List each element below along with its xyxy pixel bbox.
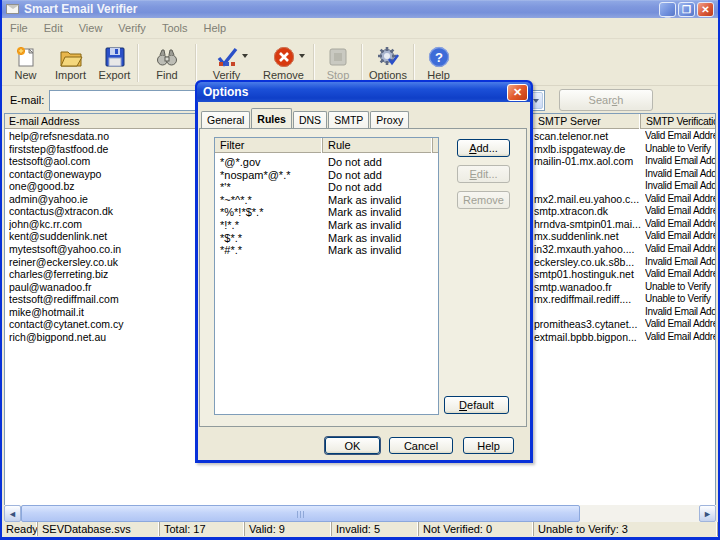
menu-file[interactable]: File [2, 19, 36, 37]
filter-cell: *@*.gov [220, 156, 320, 169]
smtp-server-cell: smtp.xtracon.dk [534, 205, 641, 218]
verify-button[interactable]: Verify [198, 41, 255, 85]
app-icon [6, 4, 19, 14]
rules-column-rule[interactable]: Rule [323, 138, 433, 153]
horizontal-scrollbar[interactable]: ◄ ► [4, 505, 716, 522]
verification-cell: Valid Email Address [645, 243, 716, 256]
rule-row[interactable]: *@*.govDo not add [215, 156, 438, 169]
filter-cell: *'* [220, 181, 320, 194]
menu-verify[interactable]: Verify [110, 19, 154, 37]
menu-tools[interactable]: Tools [154, 19, 196, 37]
options-button[interactable]: Options [364, 41, 412, 85]
remove-button[interactable]: Remove [457, 191, 510, 209]
options-gear-icon [375, 44, 401, 69]
tab-rules[interactable]: Rules [251, 108, 292, 128]
filter-cell: *!*.* [220, 219, 320, 232]
menu-bar: FileEditViewVerifyToolsHelp [2, 18, 718, 39]
menu-edit[interactable]: Edit [36, 19, 71, 37]
menu-help[interactable]: Help [196, 19, 235, 37]
toolbar-label: New [14, 69, 36, 81]
window-title: Smart Email Verifier [24, 2, 137, 16]
app-window: Smart Email Verifier _ ❐ ✕ FileEditViewV… [0, 0, 720, 540]
options-dialog: Options ✕ GeneralRulesDNSSMTPProxy Filte… [195, 80, 533, 463]
import-button[interactable]: Import [48, 41, 93, 85]
scroll-left-icon[interactable]: ◄ [4, 505, 21, 522]
verification-cell: Valid Email Address [645, 268, 716, 281]
rule-row[interactable]: *%*!*$*.*Mark as invalid [215, 206, 438, 219]
rules-column-filter[interactable]: Filter [215, 138, 323, 153]
stop-icon [325, 44, 351, 69]
status-segment: Valid: 9 [245, 522, 332, 536]
verification-cell: Valid Email Address [645, 130, 716, 143]
verification-cell: Valid Email Address [645, 193, 716, 206]
title-bar: Smart Email Verifier _ ❐ ✕ [2, 0, 718, 18]
rule-row[interactable]: *!*.*Mark as invalid [215, 219, 438, 232]
new-button[interactable]: New [3, 41, 48, 85]
verification-cell: Valid Email Address [645, 218, 716, 231]
tab-general[interactable]: General [201, 111, 250, 128]
svg-text:?: ? [435, 50, 443, 65]
cancel-button[interactable]: Cancel [389, 437, 453, 454]
add-button[interactable]: Add... [457, 139, 510, 157]
rules-list: Filter Rule *@*.govDo not add*nospam*@*.… [214, 137, 439, 415]
smtp-server-cell: scan.telenor.net [534, 130, 641, 143]
rule-row[interactable]: *#*.*Mark as invalid [215, 244, 438, 257]
export-floppy-icon [102, 44, 128, 69]
dialog-title-bar: Options ✕ [197, 82, 531, 102]
stop-button: Stop [316, 41, 360, 85]
rule-row[interactable]: *'*Do not add [215, 181, 438, 194]
status-bar: ReadySEVDatabase.svsTotal: 17Valid: 9Inv… [2, 522, 718, 537]
rule-row[interactable]: *~*^*.*Mark as invalid [215, 194, 438, 207]
verification-cell: Valid Email Address [645, 230, 716, 243]
remove-button[interactable]: Remove [255, 41, 312, 85]
filter-cell: *#*.* [220, 244, 320, 257]
help-button[interactable]: Help [463, 437, 514, 454]
dropdown-arrow-icon[interactable] [242, 54, 248, 58]
rule-cell: Do not add [328, 181, 432, 194]
import-folder-icon [58, 44, 84, 69]
restore-button[interactable]: ❐ [678, 2, 695, 17]
scroll-right-icon[interactable]: ► [699, 505, 716, 522]
smtp-server-cell: mxlb.ispgateway.de [534, 143, 641, 156]
smtp-server-cell: hrndva-smtpin01.mai... [534, 218, 641, 231]
verification-cell: Invalid Email Address [645, 180, 716, 193]
rules-tab-panel: Filter Rule *@*.govDo not add*nospam*@*.… [199, 128, 527, 427]
smtp-server-cell: mailin-01.mx.aol.com [534, 155, 641, 168]
toolbar-label: Export [99, 69, 131, 81]
help-button[interactable]: ?Help [416, 41, 461, 85]
export-button[interactable]: Export [93, 41, 136, 85]
email-label: E-mail: [10, 94, 44, 106]
edit-button[interactable]: Edit... [457, 165, 510, 183]
rule-row[interactable]: *nospam*@*.*Do not add [215, 169, 438, 182]
rule-cell: Do not add [328, 169, 432, 182]
smtp-server-cell: smtp01.hostinguk.net [534, 268, 641, 281]
smtp-server-cell: in32.mxauth.yahoo.... [534, 243, 641, 256]
verification-cell: Valid Email Address [645, 331, 716, 344]
verification-cell: Invalid Email Address [645, 256, 716, 269]
column-header-smtp-server[interactable]: SMTP Server [533, 114, 641, 129]
tab-proxy[interactable]: Proxy [370, 111, 409, 128]
find-button[interactable]: Find [140, 41, 194, 85]
ok-button[interactable]: OK [325, 437, 380, 454]
menu-view[interactable]: View [71, 19, 111, 37]
smtp-server-cell: mx2.mail.eu.yahoo.c... [534, 193, 641, 206]
smtp-server-cell: extmail.bpbb.bigpon... [534, 331, 641, 344]
close-button[interactable]: ✕ [697, 2, 714, 17]
status-segment: Unable to Verify: 3 [534, 522, 718, 536]
status-segment: Total: 17 [160, 522, 245, 536]
search-button[interactable]: Search [559, 89, 653, 111]
verification-cell: Unable to Verify [645, 143, 716, 156]
minimize-button[interactable]: _ [659, 2, 676, 17]
scrollbar-thumb[interactable] [21, 505, 580, 522]
toolbar-label: Find [156, 69, 177, 81]
dropdown-arrow-icon[interactable] [299, 54, 305, 58]
status-segment: SEVDatabase.svs [38, 522, 160, 536]
column-header-smtp-verification[interactable]: SMTP Verification [641, 114, 716, 129]
dialog-close-button[interactable]: ✕ [507, 84, 528, 101]
tab-dns[interactable]: DNS [293, 111, 327, 128]
rule-row[interactable]: *$*.*Mark as invalid [215, 232, 438, 245]
tab-smtp[interactable]: SMTP [328, 111, 369, 128]
smtp-server-cell: mx.rediffmail.rediff.... [534, 293, 641, 306]
smtp-server-cell: mx.suddenlink.net [534, 230, 641, 243]
default-button[interactable]: Default [444, 396, 509, 414]
